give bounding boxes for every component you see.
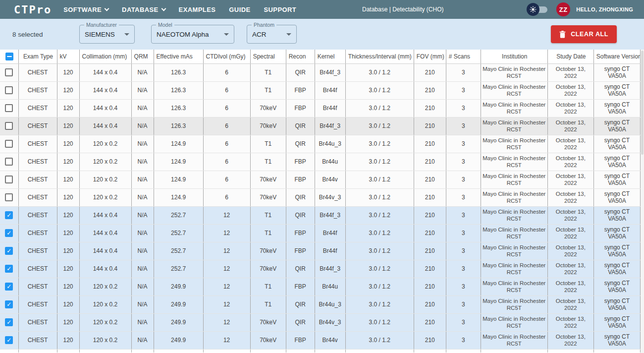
col-header-kernel[interactable]: Kernel	[315, 50, 345, 63]
col-header-collimation[interactable]: Collimation (mm)	[79, 50, 131, 63]
cell-software-version: syngo CT VA50A	[593, 63, 640, 81]
cell-recon: QIR	[286, 206, 315, 224]
row-checkbox[interactable]: ✓	[5, 247, 13, 255]
cell-fov: 210	[414, 224, 446, 242]
row-checkbox[interactable]: ✓	[5, 86, 13, 94]
cell-study-date: October 13, 2022	[547, 313, 593, 331]
cell-kernel: Br44u	[315, 153, 345, 171]
chevron-down-icon	[105, 6, 109, 11]
col-header-spectral[interactable]: Spectral	[250, 50, 286, 63]
cell-spectral: 70keV	[250, 331, 286, 349]
cell-kernel: Br44f	[315, 224, 345, 242]
cell-exam-type: CHEST	[18, 206, 57, 224]
row-checkbox-cell: ✓	[0, 188, 18, 206]
table-row[interactable]: ✓ CHEST 120 144 x 0.4 N/A 252.7 12 T1 FB…	[0, 224, 641, 242]
model-select[interactable]: Model NAEOTOM Alpha	[151, 25, 234, 44]
row-checkbox[interactable]: ✓	[5, 140, 13, 148]
row-checkbox[interactable]: ✓	[5, 158, 13, 166]
cell-institution: Mayo Clinic in Rochester RC5T	[481, 99, 547, 117]
menu-database[interactable]: DATABASE	[122, 6, 165, 13]
cell-exam-type: CHEST	[18, 331, 57, 349]
theme-toggle[interactable]	[527, 3, 548, 16]
table-row[interactable]: ✓ CHEST 120 144 x 0.4 N/A 126.3 6 70keV …	[0, 99, 641, 117]
dropdown-arrow-icon	[124, 33, 129, 36]
table-row[interactable]: ✓ CHEST 120 120 x 0.2 N/A 249.9 12 70keV…	[0, 313, 641, 331]
cell-fov: 210	[414, 242, 446, 260]
cell-exam-type: CHEST	[18, 135, 57, 153]
cell-exam-type: CHEST	[18, 295, 57, 313]
vertical-scrollbar[interactable]	[641, 50, 644, 353]
col-header-ctdivol[interactable]: CTDIvol (mGy)↑	[203, 50, 250, 63]
cell-recon: QIR	[286, 313, 315, 331]
col-header-scans[interactable]: # Scans	[446, 50, 481, 63]
table-row[interactable]: ✓ CHEST 120 144 x 0.4 N/A 252.7 12 70keV…	[0, 260, 641, 278]
table-row[interactable]: ✓ CHEST 120 120 x 0.2 N/A 124.9 6 T1 QIR…	[0, 135, 641, 153]
cell-collimation: 144 x 0.4	[79, 81, 131, 99]
cell-spectral: T1	[250, 81, 286, 99]
col-header-recon[interactable]: Recon	[286, 50, 315, 63]
menu-support[interactable]: SUPPORT	[264, 6, 297, 13]
row-checkbox[interactable]: ✓	[5, 300, 13, 308]
cell-collimation: 120 x 0.2	[79, 153, 131, 171]
cell-kv: 120	[57, 295, 79, 313]
col-header-thickness[interactable]: Thickness/Interval (mm)	[345, 50, 414, 63]
col-header-qrm[interactable]: QRM	[131, 50, 154, 63]
row-checkbox[interactable]: ✓	[5, 193, 13, 201]
table-row[interactable]: ✓ CHEST 120 144 x 0.4 N/A 126.3 6 T1 QIR…	[0, 63, 641, 81]
cell-software-version: syngo CT VA50A	[593, 81, 640, 99]
col-header-kv[interactable]: kV	[57, 50, 79, 63]
selected-count: 8 selected	[12, 31, 48, 38]
select-all-checkbox[interactable]	[5, 53, 13, 60]
menu-guide[interactable]: GUIDE	[229, 6, 250, 13]
table-row[interactable]: ✓ CHEST 120 144 x 0.4 N/A 252.7 12 T1 QI…	[0, 206, 641, 224]
table-row[interactable]: ✓ CHEST 120 120 x 0.2 N/A 249.9 12 T1 FB…	[0, 278, 641, 295]
cell-effective-mas: 249.9	[154, 295, 203, 313]
cell-institution: Mayo Clinic in Rochester RC5T	[481, 81, 547, 99]
table-row[interactable]: ✓ CHEST 120 120 x 0.2 N/A 124.9 6 T1 FBP…	[0, 153, 641, 171]
col-header-exam-type[interactable]: Exam Type	[18, 50, 57, 63]
avatar[interactable]: ZZ	[556, 2, 570, 16]
table-row[interactable]: ✓ CHEST 120 120 x 0.2 N/A 249.9 12 T1 QI…	[0, 295, 641, 313]
model-value: NAEOTOM Alpha	[157, 31, 209, 38]
col-header-study-date[interactable]: Study Date	[547, 50, 593, 63]
table-row[interactable]: ✓ CHEST 120 120 x 0.2 N/A 124.9 6 70keV …	[0, 171, 641, 188]
cell-scans: 3	[446, 99, 481, 117]
table-row[interactable]: ✓ CHEST 120 144 x 0.4 N/A 252.7 12 70keV…	[0, 242, 641, 260]
cell-recon: FBP	[286, 331, 315, 349]
col-header-institution[interactable]: Institution	[481, 50, 547, 63]
clear-all-button[interactable]: CLEAR ALL	[551, 25, 617, 43]
scrollbar-thumb[interactable]	[641, 51, 644, 155]
row-checkbox[interactable]: ✓	[5, 104, 13, 112]
cell-qrm: N/A	[131, 135, 154, 153]
cell-qrm: N/A	[131, 206, 154, 224]
row-checkbox[interactable]: ✓	[5, 176, 13, 183]
app-logo[interactable]: CTPro	[14, 3, 52, 16]
cell-institution: Mayo Clinic in Rochester RC5T	[481, 278, 547, 295]
row-checkbox[interactable]: ✓	[5, 68, 13, 76]
cell-collimation: 144 x 0.4	[79, 260, 131, 278]
row-checkbox[interactable]: ✓	[5, 265, 13, 273]
row-checkbox-cell: ✓	[0, 135, 18, 153]
row-checkbox[interactable]: ✓	[5, 283, 13, 291]
cell-kv: 120	[57, 99, 79, 117]
cell-fov: 210	[414, 135, 446, 153]
table-row[interactable]: ✓ CHEST 120 120 x 0.2 N/A 124.9 6 70keV …	[0, 188, 641, 206]
table-row[interactable]: ✓ CHEST 120 120 x 0.2 N/A 249.9 12 70keV…	[0, 331, 641, 349]
col-header-fov[interactable]: FOV (mm)	[414, 50, 446, 63]
menu-software[interactable]: SOFTWARE	[63, 6, 108, 13]
row-checkbox[interactable]: ✓	[5, 211, 13, 219]
menu-examples[interactable]: EXAMPLES	[179, 6, 216, 13]
row-checkbox[interactable]: ✓	[5, 229, 13, 237]
manufacturer-select[interactable]: Manufacturer SIEMENS	[79, 25, 135, 44]
col-header-software-version[interactable]: Software Version	[593, 50, 640, 63]
table-row[interactable]: ✓ CHEST 120 144 x 0.4 N/A 126.3 6 70keV …	[0, 117, 641, 135]
row-checkbox[interactable]: ✓	[5, 336, 13, 344]
row-checkbox[interactable]: ✓	[5, 318, 13, 326]
row-checkbox[interactable]: ✓	[5, 122, 13, 130]
cell-study-date: October 13, 2022	[547, 278, 593, 295]
col-header-effective-mas[interactable]: Effective mAs	[154, 50, 203, 63]
cell-ctdivol: 6	[203, 171, 250, 188]
cell-recon: FBP	[286, 278, 315, 295]
table-row[interactable]: ✓ CHEST 120 144 x 0.4 N/A 126.3 6 T1 FBP…	[0, 81, 641, 99]
phantom-select[interactable]: Phantom ACR	[247, 25, 297, 44]
